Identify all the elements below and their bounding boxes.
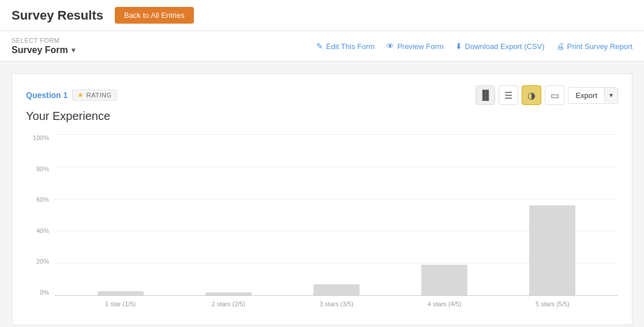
- list-chart-button[interactable]: ☰: [499, 85, 518, 105]
- chart-inner: [55, 134, 618, 296]
- preview-form-label: Preview Form: [397, 42, 443, 51]
- y-axis-label: 100%: [33, 134, 49, 141]
- form-name-label: Survey Form: [12, 45, 68, 55]
- question-type-label: RATING: [87, 92, 112, 99]
- eye-icon: 👁: [386, 42, 394, 51]
- pie-chart-icon: ◑: [527, 90, 536, 101]
- y-axis-label: 0%: [40, 289, 49, 296]
- bar-group: [66, 291, 174, 295]
- chart-controls: ▐▌ ☰ ◑ ▭ Export ▾: [475, 85, 618, 105]
- export-label: Export: [568, 88, 604, 103]
- download-export-label: Download Export (CSV): [465, 42, 545, 51]
- list-icon: ☰: [504, 90, 512, 101]
- edit-form-link[interactable]: ✎ Edit This Form: [316, 42, 375, 51]
- y-axis-label: 20%: [36, 258, 49, 265]
- chart-wrapper: 100%80%60%40%20%0%: [26, 134, 618, 296]
- question-card: Question 1 ★ RATING ▐▌ ☰ ◑ ▭: [12, 73, 632, 325]
- page-title: Survey Results: [12, 8, 103, 23]
- question-number: Question 1: [26, 91, 68, 100]
- x-axis: 1 star (1/5)2 stars (2/5)3 stars (3/5)4 …: [26, 296, 618, 307]
- edit-form-label: Edit This Form: [326, 42, 375, 51]
- bar-chart-button[interactable]: ▐▌: [475, 85, 495, 105]
- bar-group: [499, 205, 606, 295]
- bars-container: [55, 134, 618, 295]
- x-axis-label: 3 stars (3/5): [282, 300, 390, 307]
- chart-bar: [421, 265, 467, 295]
- bar-group: [282, 284, 390, 295]
- question-type-badge: ★ RATING: [72, 89, 117, 101]
- y-axis: 100%80%60%40%20%0%: [26, 134, 54, 296]
- export-arrow-icon: ▾: [604, 88, 617, 103]
- chart-bar: [529, 205, 575, 295]
- x-axis-label: 1 star (1/5): [66, 300, 174, 307]
- chart-area: 100%80%60%40%20%0% 1 star (1/5)2 stars (…: [26, 134, 618, 307]
- x-axis-label: 2 stars (2/5): [174, 300, 282, 307]
- edit-icon: ✎: [316, 42, 323, 51]
- bar-group: [174, 292, 282, 295]
- export-dropdown[interactable]: Export ▾: [568, 87, 618, 104]
- back-to-all-entries-button[interactable]: Back to All Entries: [115, 7, 194, 24]
- top-bar: Survey Results Back to All Entries: [0, 0, 644, 31]
- print-icon: 🖨: [556, 42, 564, 51]
- toolbar: SELECT FORM Survey Form ▾ ✎ Edit This Fo…: [0, 31, 644, 62]
- image-chart-button[interactable]: ▭: [545, 85, 564, 105]
- form-selector-dropdown[interactable]: Survey Form ▾: [12, 45, 75, 55]
- x-axis-label: 4 stars (4/5): [391, 300, 499, 307]
- pie-chart-button[interactable]: ◑: [522, 85, 541, 105]
- download-icon: ⬇: [455, 42, 462, 51]
- chart-bar: [313, 284, 360, 295]
- chart-bar: [98, 291, 144, 295]
- select-form-label: SELECT FORM: [12, 37, 75, 44]
- chevron-down-icon: ▾: [72, 46, 75, 54]
- form-selector-area: SELECT FORM Survey Form ▾: [12, 37, 75, 55]
- bar-chart-icon: ▐▌: [479, 90, 492, 100]
- y-axis-label: 60%: [36, 196, 49, 203]
- star-icon: ★: [77, 91, 84, 99]
- toolbar-actions: ✎ Edit This Form 👁 Preview Form ⬇ Downlo…: [316, 42, 632, 51]
- image-icon: ▭: [551, 90, 559, 101]
- download-export-link[interactable]: ⬇ Download Export (CSV): [455, 42, 545, 51]
- preview-form-link[interactable]: 👁 Preview Form: [386, 42, 443, 51]
- y-axis-label: 40%: [36, 227, 49, 234]
- print-survey-label: Print Survey Report: [567, 42, 632, 51]
- x-axis-label: 5 stars (5/5): [499, 300, 606, 307]
- question-meta: Question 1 ★ RATING: [26, 89, 117, 101]
- bar-group: [391, 265, 499, 295]
- y-axis-label: 80%: [36, 166, 49, 172]
- question-header: Question 1 ★ RATING ▐▌ ☰ ◑ ▭: [26, 85, 618, 105]
- main-content: Question 1 ★ RATING ▐▌ ☰ ◑ ▭: [0, 62, 644, 327]
- chart-bar: [205, 292, 252, 295]
- print-survey-link[interactable]: 🖨 Print Survey Report: [556, 42, 632, 51]
- question-title: Your Experience: [26, 110, 618, 123]
